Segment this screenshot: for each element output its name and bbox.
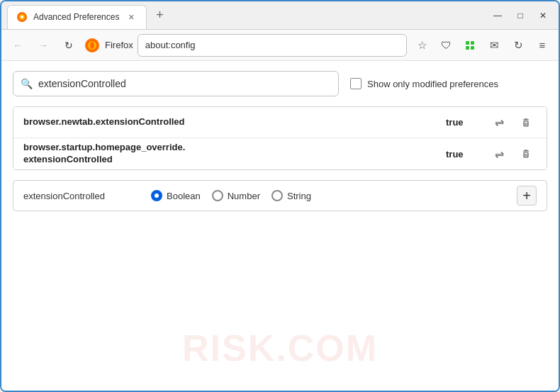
svg-rect-7 xyxy=(466,46,469,50)
shield-icon[interactable]: 🛡 xyxy=(435,35,457,56)
trash-icon xyxy=(520,148,532,159)
radio-string-label: String xyxy=(287,191,311,201)
results-table: browser.newtab.extensionControlled true … xyxy=(13,106,547,170)
pref-value: true xyxy=(446,149,474,159)
pref-value: true xyxy=(446,117,474,128)
tab-close-button[interactable]: × xyxy=(125,11,138,23)
forward-icon: → xyxy=(38,40,48,51)
radio-boolean-circle xyxy=(151,190,162,201)
pref-name-line1: browser.startup.homepage_override. xyxy=(23,142,185,152)
maximize-button[interactable]: □ xyxy=(510,6,530,26)
delete-button[interactable] xyxy=(515,143,537,164)
swap-button[interactable]: ⇌ xyxy=(488,112,510,133)
search-icon: 🔍 xyxy=(21,78,33,89)
new-pref-name: extensionControlled xyxy=(23,191,137,201)
radio-string-circle xyxy=(271,190,283,201)
window-controls: — □ ✕ xyxy=(488,6,553,26)
table-row: browser.startup.homepage_override. exten… xyxy=(13,138,547,169)
pref-name: browser.startup.homepage_override. exten… xyxy=(23,142,446,166)
new-tab-button[interactable]: + xyxy=(150,6,169,26)
menu-icon[interactable]: ≡ xyxy=(532,35,553,56)
watermark: RISK.COM xyxy=(182,327,378,369)
trash-icon xyxy=(520,117,532,128)
show-modified-row: Show only modified preferences xyxy=(350,78,498,89)
search-row: 🔍 Show only modified preferences xyxy=(13,71,547,96)
svg-rect-6 xyxy=(471,41,474,45)
address-bar[interactable]: about:config xyxy=(138,34,407,57)
back-icon: ← xyxy=(13,40,23,51)
nav-icons-group: ☆ 🛡 ✉ ↻ ≡ xyxy=(411,35,553,56)
delete-button[interactable] xyxy=(515,112,537,133)
address-text: about:config xyxy=(145,40,196,50)
browser-tab[interactable]: Advanced Preferences × xyxy=(7,5,147,29)
svg-rect-15 xyxy=(524,152,528,157)
extension-icon[interactable] xyxy=(459,35,481,56)
row-actions: ⇌ xyxy=(488,112,537,133)
close-button[interactable]: ✕ xyxy=(533,6,553,26)
svg-rect-8 xyxy=(471,46,474,50)
svg-rect-5 xyxy=(466,41,469,45)
back-button[interactable]: ← xyxy=(7,35,28,56)
radio-number-circle xyxy=(212,190,223,201)
title-bar: Advanced Preferences × + — □ ✕ xyxy=(1,1,559,30)
swap-button[interactable]: ⇌ xyxy=(488,143,510,164)
table-row: browser.newtab.extensionControlled true … xyxy=(13,107,547,138)
minimize-button[interactable]: — xyxy=(488,6,508,26)
reload-icon: ↻ xyxy=(65,40,73,51)
svg-point-2 xyxy=(21,16,23,18)
show-modified-checkbox[interactable] xyxy=(350,78,362,89)
bookmark-icon[interactable]: ☆ xyxy=(411,35,432,56)
sync-icon[interactable]: ↻ xyxy=(508,35,529,56)
add-preference-row: extensionControlled Boolean Number Strin… xyxy=(13,180,547,211)
forward-button[interactable]: → xyxy=(33,35,54,56)
row-actions: ⇌ xyxy=(488,143,537,164)
search-input[interactable] xyxy=(38,78,331,89)
tab-label: Advanced Preferences xyxy=(33,12,119,22)
search-box[interactable]: 🔍 xyxy=(13,71,339,96)
radio-number-label: Number xyxy=(228,191,260,201)
pref-name-line2: extensionControlled xyxy=(23,154,113,164)
radio-number[interactable]: Number xyxy=(212,190,260,201)
radio-string[interactable]: String xyxy=(271,190,311,201)
reload-button[interactable]: ↻ xyxy=(58,35,79,56)
firefox-label: Firefox xyxy=(105,40,133,50)
tab-favicon-icon xyxy=(16,11,28,23)
mail-icon[interactable]: ✉ xyxy=(483,35,505,56)
show-modified-label: Show only modified preferences xyxy=(367,79,498,89)
svg-rect-9 xyxy=(524,121,528,126)
firefox-logo-icon xyxy=(84,37,101,54)
main-content: RISK.COM 🔍 Show only modified preference… xyxy=(1,61,559,391)
type-radio-group: Boolean Number String xyxy=(151,190,311,201)
navigation-bar: ← → ↻ Firefox about:config ☆ 🛡 xyxy=(1,30,559,61)
radio-boolean[interactable]: Boolean xyxy=(151,190,201,201)
add-button[interactable]: + xyxy=(517,186,537,206)
browser-window: Advanced Preferences × + — □ ✕ ← → ↻ xyxy=(0,0,560,392)
pref-name: browser.newtab.extensionControlled xyxy=(23,116,446,128)
radio-boolean-label: Boolean xyxy=(167,191,201,201)
